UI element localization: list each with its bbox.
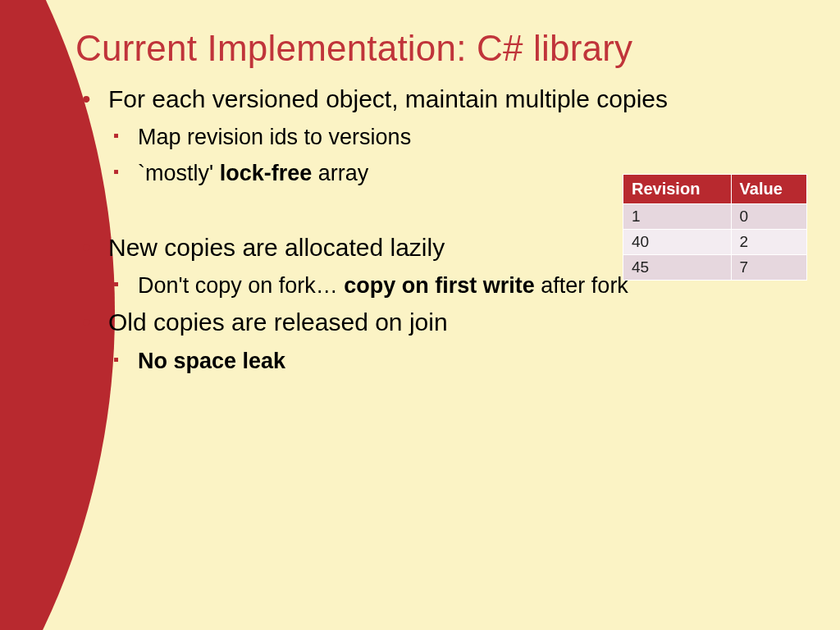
sub-bullet-text-pre: `mostly': [138, 161, 220, 185]
table-header-value: Value: [731, 175, 806, 204]
sub-bullet-text-post: array: [312, 161, 368, 185]
bullet-item: Old copies are released on join No space…: [75, 307, 807, 379]
table-row: 40 2: [623, 230, 807, 255]
sub-bullet-text-pre: Don't copy on fork…: [138, 273, 344, 298]
table-header-revision: Revision: [623, 175, 732, 204]
bullet-text: For each versioned object, maintain mult…: [108, 85, 668, 112]
cell-revision: 45: [623, 255, 732, 281]
table-row: 1 0: [623, 204, 807, 230]
table-header-row: Revision Value: [623, 175, 807, 204]
cell-revision: 1: [623, 204, 732, 230]
revision-table: Revision Value 1 0 40 2 45 7: [623, 174, 807, 281]
table-row: 45 7: [623, 255, 807, 281]
slide: Current Implementation: C# library For e…: [0, 0, 840, 630]
cell-value: 7: [731, 255, 806, 281]
sub-bullet-text-bold: copy on first write: [344, 273, 535, 298]
bullet-text: Old copies are released on join: [108, 308, 448, 336]
sub-bullet-text-bold: No space leak: [138, 349, 285, 373]
slide-title: Current Implementation: C# library: [75, 28, 807, 69]
bullet-text: New copies are allocated lazily: [108, 234, 445, 261]
sub-bullet-text: Map revision ids to versions: [138, 125, 411, 149]
sub-bullet-list: No space leak: [108, 344, 807, 379]
cell-revision: 40: [623, 230, 732, 255]
sub-bullet-item: Map revision ids to versions: [108, 120, 807, 155]
cell-value: 2: [731, 230, 806, 255]
sub-bullet-text-bold: lock-free: [220, 161, 313, 185]
slide-content: Current Implementation: C# library For e…: [0, 0, 840, 630]
sub-bullet-text-post: after fork: [535, 273, 628, 298]
cell-value: 0: [731, 204, 806, 230]
sub-bullet-item: No space leak: [108, 344, 807, 379]
